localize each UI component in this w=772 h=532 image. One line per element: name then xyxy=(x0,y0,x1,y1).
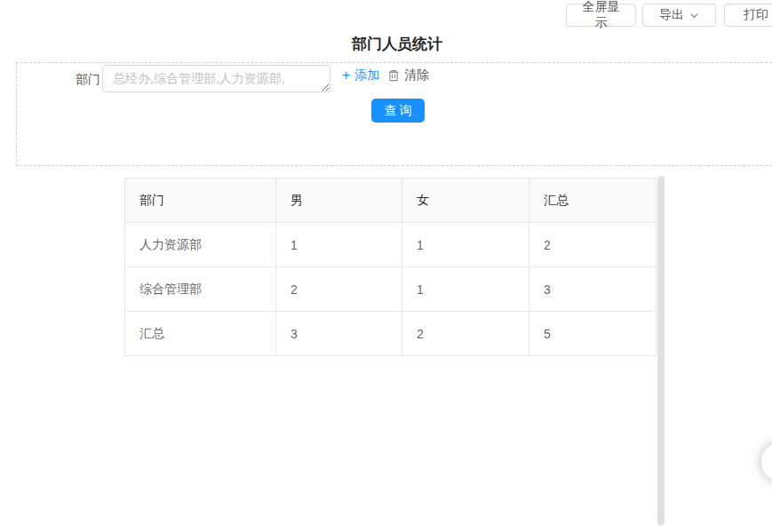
vertical-scrollbar[interactable] xyxy=(657,176,665,526)
clear-link-label: 清除 xyxy=(404,67,429,83)
page-title: 部门人员统计 xyxy=(0,34,772,54)
plus-icon: + xyxy=(342,68,350,83)
table-header-row: 部门 男 女 汇总 xyxy=(125,179,657,223)
department-input[interactable] xyxy=(102,65,330,92)
add-link-label: 添加 xyxy=(354,67,379,83)
chevron-down-icon xyxy=(689,11,699,20)
export-button[interactable]: 导出 xyxy=(642,4,716,27)
cell-department: 综合管理部 xyxy=(125,267,276,312)
cell-total: 5 xyxy=(529,312,657,356)
cell-male: 1 xyxy=(276,223,402,267)
column-header-department: 部门 xyxy=(125,179,276,223)
table-row: 汇总 3 2 5 xyxy=(125,312,657,356)
fullscreen-button-label: 全屏显示 xyxy=(577,0,625,31)
floating-action-button[interactable] xyxy=(761,442,772,481)
cell-female: 2 xyxy=(402,312,529,356)
table-row: 人力资源部 1 1 2 xyxy=(125,223,657,267)
query-button[interactable]: 查询 xyxy=(371,99,425,123)
column-header-male: 男 xyxy=(276,179,402,223)
cell-female: 1 xyxy=(402,223,529,267)
add-department-link[interactable]: + 添加 xyxy=(342,67,379,83)
cell-department: 汇总 xyxy=(125,312,276,356)
department-stats-table: 部门 男 女 汇总 人力资源部 1 1 2 综合管理部 2 1 3 汇总 3 xyxy=(124,178,657,356)
export-button-label: 导出 xyxy=(659,7,684,23)
department-field-label: 部门 xyxy=(76,72,100,88)
cell-department: 人力资源部 xyxy=(125,223,276,267)
table-row: 综合管理部 2 1 3 xyxy=(125,267,657,312)
column-header-total: 汇总 xyxy=(529,179,657,223)
print-button-label: 打印 xyxy=(744,7,768,23)
fullscreen-button[interactable]: 全屏显示 xyxy=(566,4,636,27)
column-header-female: 女 xyxy=(402,179,529,223)
cell-total: 2 xyxy=(529,223,657,267)
cell-female: 1 xyxy=(402,267,529,312)
cell-male: 3 xyxy=(276,312,402,356)
print-button[interactable]: 打印 xyxy=(724,4,772,27)
cell-male: 2 xyxy=(276,267,402,312)
cell-total: 3 xyxy=(529,267,657,312)
report-page: 全屏显示 导出 打印 部门人员统计 部门 + 添加 清除 查询 xyxy=(0,0,772,532)
trash-icon xyxy=(387,69,400,82)
clear-departments-link[interactable]: 清除 xyxy=(387,67,429,83)
